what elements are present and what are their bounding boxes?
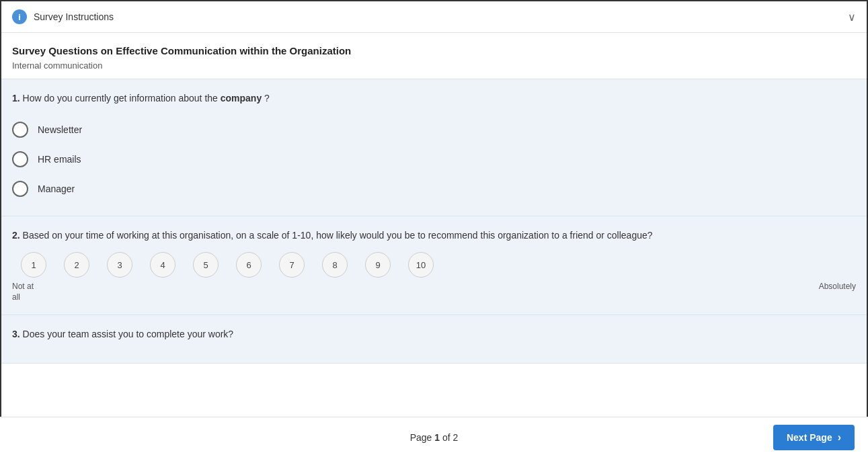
option-hr-emails-label: HR emails [38,154,81,165]
question-1-text: 1. How do you currently get information … [12,91,856,106]
option-manager-label: Manager [38,183,75,194]
radio-manager[interactable] [12,181,28,197]
survey-instructions-bar[interactable]: i Survey Instructions ∨ [1,1,867,33]
question-2-block: 2. Based on your time of working at this… [1,216,867,315]
survey-content: 1. How do you currently get information … [1,79,867,405]
radio-hr-emails[interactable] [12,151,28,167]
scale-3[interactable]: 3 [98,252,141,278]
option-newsletter[interactable]: Newsletter [12,115,856,144]
question-2-text: 2. Based on your time of working at this… [12,229,856,243]
q3-text: Does your team assist you to complete yo… [23,329,234,339]
scale-8[interactable]: 8 [313,252,356,278]
scale-circle-7[interactable]: 7 [279,252,305,278]
q2-text: Based on your time of working at this or… [23,230,653,241]
scale-circle-1[interactable]: 1 [21,252,46,278]
scale-label-high: Absolutely [819,282,856,302]
scale-circle-4[interactable]: 4 [150,252,175,278]
instructions-left: i Survey Instructions [12,9,114,24]
q1-text-after: ? [264,93,270,103]
scale-6[interactable]: 6 [227,252,270,278]
scale-7[interactable]: 7 [270,252,313,278]
scale-10[interactable]: 10 [399,252,442,278]
page-separator: of [442,432,453,443]
page-total: 2 [453,432,459,443]
scale-circle-2[interactable]: 2 [64,252,89,278]
q3-number: 3. [12,329,20,339]
option-manager[interactable]: Manager [12,174,856,204]
page-info: Page 1 of 2 [410,432,459,443]
instructions-label: Survey Instructions [34,11,114,22]
scale-numbers: 1 2 3 4 5 6 7 [12,252,856,278]
info-icon: i [12,9,27,24]
question-3-text: 3. Does your team assist you to complete… [12,327,856,341]
scale-circle-6[interactable]: 6 [236,252,262,278]
radio-newsletter[interactable] [12,122,28,138]
option-hr-emails[interactable]: HR emails [12,144,856,174]
scale-1[interactable]: 1 [12,252,55,278]
q1-text-bold: company [221,93,262,103]
scale-4[interactable]: 4 [141,252,184,278]
next-page-label: Next Page [787,432,832,443]
question-3-block: 3. Does your team assist you to complete… [1,315,867,364]
scale-circle-5[interactable]: 5 [193,252,219,278]
scale-circle-9[interactable]: 9 [365,252,391,278]
scale-circle-8[interactable]: 8 [322,252,348,278]
question-1-block: 1. How do you currently get information … [1,79,867,216]
scale-circle-10[interactable]: 10 [408,252,434,278]
next-page-button[interactable]: Next Page › [773,425,855,450]
page-current: 1 [434,432,440,443]
survey-footer: Page 1 of 2 Next Page › [0,417,868,457]
scale-labels: Not at all Absolutely [12,282,856,302]
chevron-down-icon[interactable]: ∨ [848,11,856,24]
survey-header: Survey Questions on Effective Communicat… [1,33,867,79]
page-label: Page [410,432,435,443]
scale-label-low: Not at all [12,282,34,302]
scale-9[interactable]: 9 [356,252,399,278]
scale-5[interactable]: 5 [184,252,227,278]
next-chevron-icon: › [838,431,841,444]
option-newsletter-label: Newsletter [38,124,82,135]
scale-circle-3[interactable]: 3 [107,252,132,278]
q1-text-before: How do you currently get information abo… [23,93,221,103]
scale-2[interactable]: 2 [55,252,98,278]
q2-number: 2. [12,230,20,241]
q1-number: 1. [12,93,20,103]
survey-subtitle: Internal communication [12,60,856,71]
scale-container: 1 2 3 4 5 6 7 [12,252,856,302]
survey-title: Survey Questions on Effective Communicat… [12,45,856,56]
